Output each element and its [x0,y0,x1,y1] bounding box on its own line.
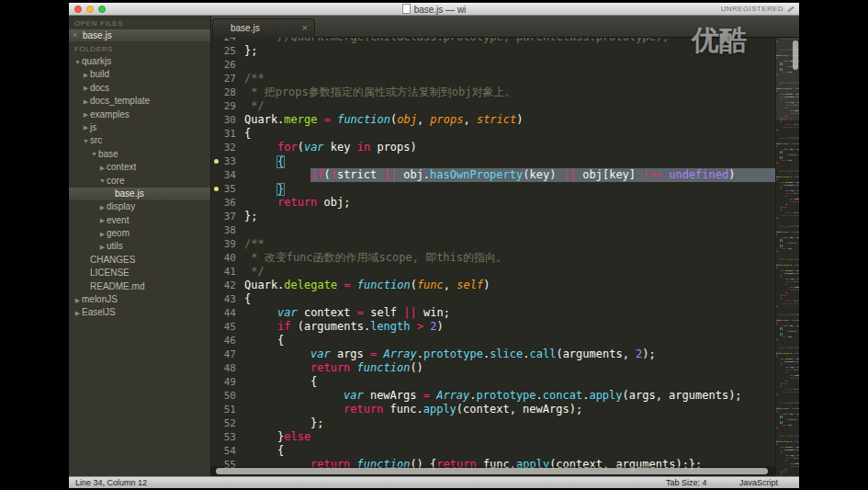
line-number: 42 [211,279,244,292]
code-line-28[interactable]: * 把props参数指定的属性或方法复制到obj对象上。 [244,85,775,99]
line-number: 36 [211,196,244,210]
titlebar[interactable]: base.js — wi UNREGISTERED [69,3,799,16]
tab-close-icon[interactable]: × [302,19,308,37]
code-line-42[interactable]: Quark.delegate = function(func, self) [244,279,775,292]
disclosure-down-icon[interactable]: ▼ [73,56,82,69]
disclosure-right-icon[interactable]: ▶ [73,294,82,307]
tree-item-melonjs[interactable]: ▶melonJS [69,293,210,306]
tree-item-event[interactable]: ▶event [69,214,210,227]
disclosure-down-icon[interactable]: ▼ [98,175,107,188]
close-file-icon[interactable]: × [73,29,77,41]
minimize-window-button[interactable] [86,6,94,13]
tab-size-indicator[interactable]: Tab Size: 4 [666,478,707,487]
tree-item-readme-md[interactable]: README.md [69,280,210,293]
disclosure-right-icon[interactable]: ▶ [98,162,107,175]
disclosure-right-icon[interactable]: ▶ [82,96,90,108]
zoom-window-button[interactable] [98,6,106,13]
line-number: 46 [211,334,244,348]
tree-item-core[interactable]: ▼core [69,175,210,188]
code-line-37[interactable]: }; [244,210,775,223]
code-area[interactable]: //Quark.merge(childClass.prototype, pare… [244,38,775,476]
sublime-text-window: base.js — wi UNREGISTERED OPEN FILES × b… [69,3,799,488]
code-line-39[interactable]: /** [244,237,775,251]
tree-item-label: build [90,69,109,79]
tree-item-src[interactable]: ▼src [69,134,210,147]
code-line-35[interactable]: } [244,182,775,196]
tree-item-base-js[interactable]: base.js [69,188,210,200]
disclosure-down-icon[interactable]: ▼ [90,148,98,161]
tree-item-label: melonJS [82,294,118,304]
line-number: 37 [211,210,244,223]
tree-item-js[interactable]: ▶js [69,121,210,134]
disclosure-right-icon[interactable]: ▶ [82,69,90,82]
code-line-47[interactable]: var args = Array.prototype.slice.call(ar… [244,348,775,361]
code-line-33[interactable]: { [244,154,775,168]
code-line-40[interactable]: * 改变func函数的作用域scope, 即this的指向。 [244,251,775,265]
tree-item-utils[interactable]: ▶utils [69,240,210,253]
code-line-34[interactable]: if(!strict || obj.hasOwnProperty(key) ||… [244,168,775,182]
line-number: 43 [211,292,244,306]
disclosure-right-icon[interactable]: ▶ [82,108,90,121]
tree-item-label: js [90,122,96,132]
code-line-38[interactable] [244,223,775,237]
line-number: 41 [211,265,244,279]
editor[interactable]: 2425262728293031323334353637383940414243… [211,38,799,476]
code-line-49[interactable]: { [244,375,775,389]
youku-watermark: 优酷 [692,22,747,60]
code-line-53[interactable]: }else [244,430,775,444]
tree-item-context[interactable]: ▶context [69,161,210,174]
tab-basejs[interactable]: base.js × [212,18,315,38]
open-file-item-basejs[interactable]: × base.js [69,29,210,41]
disclosure-right-icon[interactable]: ▶ [98,201,107,214]
close-window-button[interactable] [74,6,82,13]
disclosure-right-icon[interactable]: ▶ [82,82,90,95]
code-line-52[interactable]: }; [244,416,775,430]
traffic-lights [74,6,106,13]
tree-item-docs[interactable]: ▶docs [69,82,210,95]
tree-item-label: core [107,176,124,186]
tree-item-changes[interactable]: CHANGES [69,254,210,267]
line-number: 31 [211,127,244,141]
tree-item-display[interactable]: ▶display [69,200,210,213]
tree-item-examples[interactable]: ▶examples [69,108,210,121]
code-line-48[interactable]: return function() [244,361,775,375]
unregistered-label: UNREGISTERED [721,5,783,13]
code-line-43[interactable]: { [244,292,775,306]
code-line-32[interactable]: for(var key in props) [244,141,775,154]
video-frame: base.js — wi UNREGISTERED OPEN FILES × b… [0,0,868,490]
tree-item-geom[interactable]: ▶geom [69,227,210,240]
vertical-scrollbar[interactable] [793,40,798,70]
code-line-44[interactable]: var context = self || win; [244,306,775,320]
disclosure-down-icon[interactable]: ▼ [82,135,90,148]
tree-item-easeljs[interactable]: ▶EaselJS [69,306,210,319]
code-line-51[interactable]: return func.apply(context, newArgs); [244,403,775,416]
line-number: 30 [211,113,244,127]
code-line-54[interactable]: { [244,444,775,458]
disclosure-right-icon[interactable]: ▶ [98,214,107,227]
line-number: 28 [211,85,244,99]
disclosure-right-icon[interactable]: ▶ [98,241,107,254]
code-line-50[interactable]: var newArgs = Array.prototype.concat.app… [244,389,775,403]
tree-item-build[interactable]: ▶build [69,68,210,81]
disclosure-right-icon[interactable]: ▶ [73,307,82,320]
tree-item-docs-template[interactable]: ▶docs_template [69,95,210,108]
minimap[interactable]: //Quark.merge(childClass.prototype, pare… [775,38,799,476]
tree-item-quarkjs[interactable]: ▼quarkjs [69,55,210,68]
tree-item-base[interactable]: ▼base [69,148,210,161]
code-line-46[interactable]: { [244,334,775,348]
code-line-27[interactable]: /** [244,72,775,85]
tree-item-license[interactable]: LICENSE [69,267,210,279]
disclosure-right-icon[interactable]: ▶ [98,228,107,241]
horizontal-scrollbar[interactable] [216,468,768,474]
tree-item-label: display [107,201,135,211]
code-line-30[interactable]: Quark.merge = function(obj, props, stric… [244,113,775,127]
code-line-45[interactable]: if (arguments.length > 2) [244,320,775,334]
code-line-36[interactable]: return obj; [244,196,775,210]
disclosure-right-icon[interactable]: ▶ [82,121,90,134]
code-line-29[interactable]: */ [244,99,775,113]
syntax-indicator[interactable]: JavaScript [739,478,778,487]
code-line-41[interactable]: */ [244,265,775,279]
selection-fill [735,168,775,182]
code-line-26[interactable] [244,58,775,72]
code-line-31[interactable]: { [244,127,775,141]
